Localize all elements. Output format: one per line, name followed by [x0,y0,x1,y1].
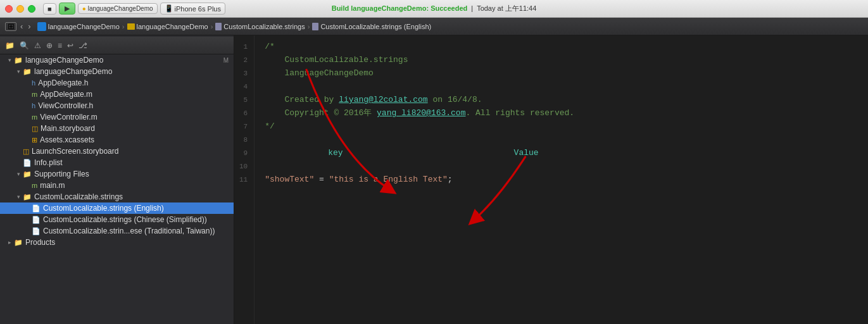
file-label-main-storyboard: Main.storyboard [41,124,95,133]
file-icon-bc2 [312,23,318,30]
code-editor[interactable]: 1 2 3 4 5 6 7 8 9 10 11 [234,35,868,324]
sidebar-item-launchscreen[interactable]: ◫ LaunchScreen.storyboard [0,146,234,157]
folder-icon-bc [127,23,135,30]
folder-icon-toolbar[interactable]: 📁 [5,41,15,50]
line-numbers: 1 2 3 4 5 6 7 8 9 10 11 [234,35,255,324]
title-bar: ■ ▶ ● languageChangeDemo 📱 iPhone 6s Plu… [0,0,868,18]
history-icon[interactable]: ↩ [67,41,73,50]
device-button[interactable]: 📱 iPhone 6s Plus [160,3,225,15]
minimize-button[interactable] [16,5,24,13]
sidebar-item-products[interactable]: 📁 Products [0,237,234,248]
breadcrumb-item-2[interactable]: languageChangeDemo [127,23,208,30]
sidebar-item-viewcontroller-h[interactable]: h ViewController.h [0,100,234,111]
breadcrumb-label-2: languageChangeDemo [137,23,208,30]
line-num-4: 4 [239,80,248,94]
sidebar-item-main-storyboard[interactable]: ◫ Main.storyboard [0,123,234,134]
sidebar-item-strings-chinese[interactable]: 📄 CustomLocalizable.strings (Chinese (Si… [0,214,234,225]
sidebar-item-viewcontroller-m[interactable]: m ViewController.m [0,111,234,123]
disc-supporting [14,171,23,177]
list-icon[interactable]: ≡ [58,41,62,50]
customloc-folder-icon: 📁 [23,193,32,201]
sidebar-item-infoplist[interactable]: 📄 Info.plist [0,157,234,168]
build-status-text: Build languageChangeDemo: Succeeded | To… [332,4,537,13]
file-label-infoplist: Info.plist [34,158,63,167]
group-folder-icon: 📁 [23,68,32,76]
sidebar-item-group[interactable]: 📁 languageChangeDemo [0,66,234,77]
back-button[interactable]: ‹ [19,22,24,31]
editor-wrapper: 1 2 3 4 5 6 7 8 9 10 11 [234,35,868,324]
line-num-5: 5 [239,94,248,107]
maximize-button[interactable] [28,5,35,13]
breadcrumb-label-4: CustomLocalizable.strings (English) [320,23,431,30]
breadcrumb-item-4[interactable]: CustomLocalizable.strings (English) [312,23,431,30]
root-label: languageChangeDemo [25,56,103,65]
run-button[interactable]: ▶ [59,3,75,15]
col-key-label: key [328,147,343,160]
products-folder-icon: 📁 [14,239,23,247]
sidebar-item-supporting[interactable]: 📁 Supporting Files [0,168,234,180]
bc-sep-3: › [308,23,310,30]
code-line-2: CustomLocalizable.strings [265,54,858,67]
search-icon[interactable]: 🔍 [20,41,29,50]
file-label-appdelegate-m: AppDelegate.m [40,90,92,99]
code-line-9: keyValue [265,147,858,160]
code-line-5: Created by liyang@l2colat.com on 16/4/8. [265,94,858,107]
diff-icon[interactable]: ⊕ [46,41,53,50]
line-num-2: 2 [239,54,248,67]
col-value-label: Value [514,147,539,160]
sidebar-item-main-m[interactable]: m main.m [0,180,234,191]
close-button[interactable] [5,5,13,13]
file-label-strings-english: CustomLocalizable.strings (English) [43,204,164,213]
branch-icon[interactable]: ⎇ [79,41,87,50]
supporting-folder-icon: 📁 [23,170,32,178]
email-link-1[interactable]: liyang@l2colat.com [339,94,427,107]
stop-button[interactable]: ■ [43,3,56,15]
build-status-center: Build languageChangeDemo: Succeeded | To… [332,4,537,13]
disc-customloc [14,194,23,200]
line-num-8: 8 [239,134,248,147]
sidebar-item-customlocalizable-group[interactable]: 📁 CustomLocalizable.strings [0,191,234,202]
bc-sep-2: › [211,23,213,30]
sidebar-item-root[interactable]: 📁 languageChangeDemo M [0,54,234,66]
forward-button[interactable]: › [27,22,32,31]
sidebar-item-strings-taiwan[interactable]: 📄 CustomLocalizable.strin...ese (Traditi… [0,225,234,237]
plist-icon: 📄 [23,159,32,167]
comment-line3: languageChangeDemo [265,67,374,80]
sidebar-item-assets[interactable]: ⊞ Assets.xcassets [0,134,234,146]
comment-close: */ [265,120,275,134]
grid-view-button[interactable]: ⊞ [5,22,16,31]
storyboard-icon2: ◫ [23,147,29,156]
sidebar-toolbar: 📁 🔍 ⚠ ⊕ ≡ ↩ ⎇ [0,37,234,54]
line-num-10: 10 [239,160,248,173]
comment-created-before: Created by [265,94,339,107]
string-value: "this is a English Text" [329,173,448,187]
breadcrumb-item-1[interactable]: languageChangeDemo [37,22,120,31]
file-label-products: Products [25,238,55,247]
code-line-8 [265,134,858,147]
project-name: languageChangeDemo [88,5,153,12]
comment-created-after: on 16/4/8. [428,94,482,107]
email-link-2[interactable]: yang_li820@163.com [377,107,465,120]
file-label-launchscreen: LaunchScreen.storyboard [32,147,118,156]
file-icon-bc [215,23,222,30]
sidebar-item-strings-english[interactable]: 📄 CustomLocalizable.strings (English) [0,202,234,214]
string-key: "showText" [265,173,314,187]
file-label-strings-chinese: CustomLocalizable.strings (Chinese (Simp… [43,215,207,224]
code-line-10 [265,160,858,173]
m-badge: M [223,57,229,64]
code-area: 1 2 3 4 5 6 7 8 9 10 11 [234,35,868,324]
line-num-3: 3 [239,67,248,80]
file-label-supporting: Supporting Files [34,170,89,178]
code-line-1: /* [265,40,858,54]
scheme-button[interactable]: ● languageChangeDemo [78,3,158,14]
warning-icon[interactable]: ⚠ [34,41,41,50]
breadcrumb-item-3[interactable]: CustomLocalizable.strings [215,23,305,30]
storyboard-icon: ◫ [32,125,38,133]
sidebar-item-appdelegate-h[interactable]: h AppDelegate.h [0,77,234,89]
semicolon: ; [448,173,453,187]
disc-products [5,239,14,246]
content-area: 📁 🔍 ⚠ ⊕ ≡ ↩ ⎇ 📁 languageChangeDemo M 📁 l… [0,35,868,324]
toolbar-controls: ■ ▶ ● languageChangeDemo 📱 iPhone 6s Plu… [43,3,225,15]
sidebar-item-appdelegate-m[interactable]: m AppDelegate.m [0,89,234,100]
comment-line2: CustomLocalizable.strings [265,54,408,67]
